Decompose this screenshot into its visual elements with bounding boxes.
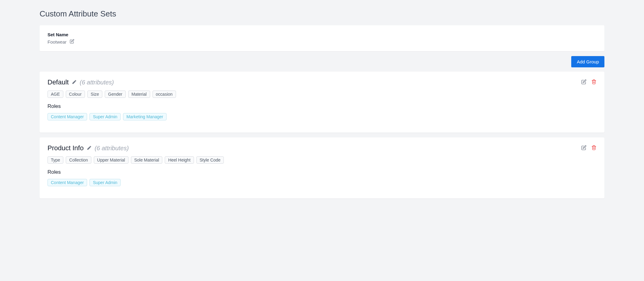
attribute-tag[interactable]: Collection	[66, 156, 91, 164]
group-count: (6 attributes)	[95, 145, 129, 152]
roles-label: Roles	[48, 169, 596, 175]
role-tag[interactable]: Content Manager	[48, 113, 87, 120]
set-name-card: Set Name Footwear	[40, 25, 604, 51]
role-tag-row: Content ManagerSuper AdminMarketing Mana…	[48, 113, 596, 120]
attribute-tag-row: TypeCollectionUpper MaterialSole Materia…	[48, 156, 596, 164]
group-card: Product Info (6 attributes)	[40, 137, 604, 198]
set-name-label: Set Name	[48, 32, 596, 37]
edit-group-icon[interactable]	[581, 145, 586, 151]
attribute-tag[interactable]: Gender	[105, 91, 126, 98]
attribute-tag[interactable]: Style Code	[196, 156, 224, 164]
delete-group-icon[interactable]	[591, 79, 596, 85]
attribute-tag[interactable]: Heel Height	[165, 156, 194, 164]
edit-group-title-icon[interactable]	[87, 145, 92, 151]
role-tag[interactable]: Super Admin	[90, 113, 121, 120]
edit-set-name-icon[interactable]	[70, 39, 74, 44]
role-tag-row: Content ManagerSuper Admin	[48, 179, 596, 186]
role-tag[interactable]: Content Manager	[48, 179, 87, 186]
set-name-value: Footwear	[48, 39, 67, 44]
group-count: (6 attributes)	[80, 79, 114, 86]
attribute-tag[interactable]: Type	[48, 156, 63, 164]
attribute-tag-row: AGEColourSizeGenderMaterialoccasion	[48, 91, 596, 98]
attribute-tag[interactable]: Size	[87, 91, 102, 98]
page-title: Custom Attribute Sets	[40, 9, 604, 19]
group-title: Default	[48, 78, 69, 86]
group-title: Product Info	[48, 144, 84, 152]
add-group-button[interactable]: Add Group	[571, 56, 604, 67]
group-card: Default (6 attributes)	[40, 72, 604, 133]
attribute-tag[interactable]: AGE	[48, 91, 63, 98]
role-tag[interactable]: Super Admin	[90, 179, 121, 186]
delete-group-icon[interactable]	[591, 145, 596, 151]
attribute-tag[interactable]: Material	[128, 91, 150, 98]
attribute-tag[interactable]: Sole Material	[131, 156, 163, 164]
attribute-tag[interactable]: occasion	[153, 91, 176, 98]
roles-label: Roles	[48, 103, 596, 109]
attribute-tag[interactable]: Colour	[66, 91, 85, 98]
attribute-tag[interactable]: Upper Material	[94, 156, 128, 164]
edit-group-title-icon[interactable]	[72, 80, 77, 85]
edit-group-icon[interactable]	[581, 79, 586, 85]
role-tag[interactable]: Marketing Manager	[123, 113, 167, 120]
